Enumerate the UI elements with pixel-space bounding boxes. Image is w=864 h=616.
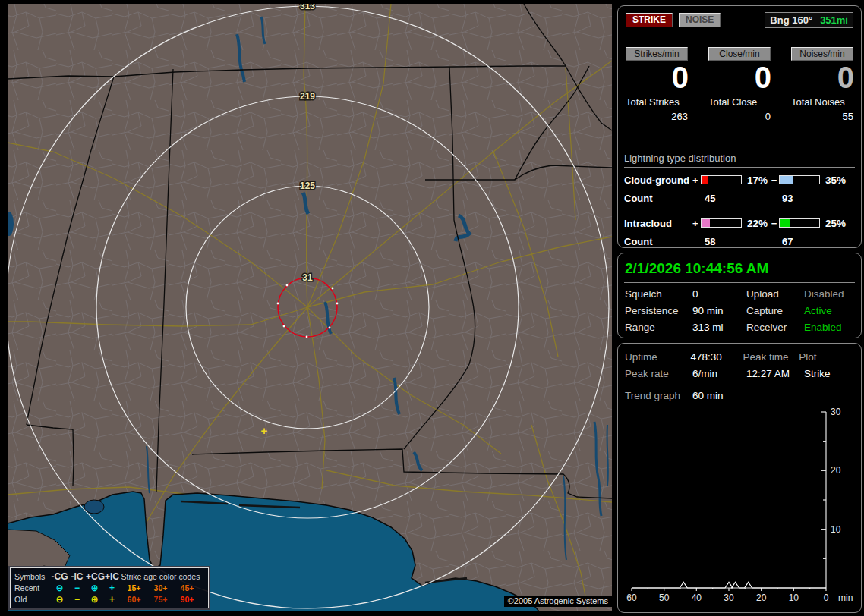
trend-row: Trend graph 60 min: [624, 390, 855, 401]
legend-old-row: Old ⊖ − ⊕ + 60+ 75+ 90+: [14, 593, 207, 605]
intracloud-row: Intracloud + 22% − 25%: [624, 217, 855, 229]
range-value: 313 mi: [692, 322, 746, 333]
legend-header-row: Symbols -CG -IC +CG +IC Strike age color…: [14, 570, 207, 582]
circle-plus-icon: ⊕: [86, 583, 103, 592]
bearing-distance: 351mi: [820, 14, 848, 26]
legend-recent-label: Recent: [14, 583, 51, 592]
minus-sign: −: [769, 218, 779, 229]
minus-sign: −: [769, 174, 779, 186]
total-strikes-label: Total Strikes: [626, 96, 688, 108]
intracloud-label: Intracloud: [624, 218, 692, 229]
noises-per-min-value: 0: [791, 61, 853, 94]
cg-plus-pct: 17%: [742, 174, 769, 186]
map-svg: 313 219 125 31 +: [8, 4, 612, 611]
count-label: Count: [624, 236, 700, 248]
noises-counter: Noises/min 0 Total Noises 55: [791, 47, 853, 122]
map-legend: Symbols -CG -IC +CG +IC Strike age color…: [10, 567, 209, 608]
svg-text:60: 60: [626, 592, 637, 603]
legend-age-header: Strike age color codes: [121, 572, 200, 581]
upload-status: Disabled: [804, 288, 844, 300]
plus-icon: +: [103, 583, 121, 592]
age-60: 60+: [121, 595, 147, 604]
svg-text:30: 30: [724, 592, 734, 603]
close-per-min-label: Close/min: [708, 47, 771, 61]
cg-minus-pct: 35%: [820, 174, 847, 186]
status-row: Squelch 0 Upload Disabled: [624, 288, 855, 300]
ring-label-313: 313: [300, 4, 315, 11]
cloud-ground-row: Cloud-ground + 17% − 35%: [624, 174, 855, 186]
cg-plus-count: 45: [700, 193, 777, 205]
cg-minus-bar: [779, 175, 820, 184]
peak-rate-label: Peak rate: [625, 368, 692, 379]
sidebar: STRIKE NOISE Bng 160° 351mi Strikes/min …: [617, 5, 862, 613]
svg-text:20: 20: [831, 465, 841, 476]
trend-graph-label: Trend graph: [625, 390, 692, 401]
minus-icon: −: [68, 583, 86, 592]
ring-label-219: 219: [300, 91, 315, 102]
noise-mode-button[interactable]: NOISE: [679, 13, 721, 27]
trend-panel: Uptime 478:30 Peak time Plot Peak rate 6…: [617, 343, 862, 613]
close-per-min-value: 0: [708, 61, 771, 94]
svg-text:10: 10: [789, 592, 799, 603]
strike-symbol: +: [261, 424, 268, 437]
strike-mode-button[interactable]: STRIKE: [626, 13, 673, 27]
ic-plus-pct: 22%: [742, 218, 769, 229]
ic-minus-count: 67: [777, 236, 855, 248]
legend-col-neg-ic: -IC: [68, 572, 86, 581]
total-close-label: Total Close: [708, 96, 771, 108]
age-45: 45+: [174, 583, 200, 592]
svg-text:10: 10: [831, 524, 841, 535]
svg-text:min: min: [838, 592, 853, 603]
uptime-label: Uptime: [625, 351, 690, 363]
ic-plus-bar: [701, 218, 742, 228]
legend-recent-row: Recent ⊖ − ⊕ + 15+ 30+ 45+: [14, 582, 207, 593]
plus-sign: +: [692, 174, 701, 186]
peak-time-value: 12:27 AM: [746, 368, 804, 379]
squelch-label: Squelch: [625, 288, 692, 300]
plot-label: Plot: [799, 351, 855, 363]
persistence-value: 90 min: [692, 305, 746, 316]
plot-mode-value: Strike: [804, 368, 831, 379]
ic-plus-count: 58: [700, 236, 777, 248]
plus-sign: +: [692, 218, 701, 229]
trend-window-value: 60 min: [692, 390, 724, 401]
uptime-value: 478:30: [690, 351, 743, 363]
counters-panel: STRIKE NOISE Bng 160° 351mi Strikes/min …: [617, 5, 862, 248]
total-strikes-value: 263: [626, 111, 688, 122]
status-row: Range 313 mi Receiver Enabled: [624, 322, 855, 333]
circle-minus-icon: ⊖: [51, 595, 68, 604]
ring-label-31: 31: [302, 272, 313, 283]
trend-chart: 1020306050403020100min: [624, 404, 853, 605]
cloud-ground-count-row: Count 45 93: [624, 193, 855, 205]
stats-row: Peak rate 6/min 12:27 AM Strike: [624, 368, 855, 379]
plus-icon: +: [103, 595, 121, 604]
count-label: Count: [624, 193, 700, 205]
upload-label: Upload: [746, 288, 804, 300]
bearing-value: Bng 160°: [770, 14, 812, 26]
capture-label: Capture: [746, 305, 804, 316]
cg-minus-count: 93: [777, 193, 855, 205]
stats-row: Uptime 478:30 Peak time Plot: [624, 351, 855, 363]
total-noises-value: 55: [791, 111, 853, 122]
age-15: 15+: [121, 583, 147, 592]
legend-symbols-header: Symbols: [14, 572, 51, 581]
peak-time-label: Peak time: [743, 351, 799, 363]
legend-old-label: Old: [14, 595, 51, 604]
range-label: Range: [625, 322, 692, 333]
strikes-per-min-label: Strikes/min: [626, 47, 688, 61]
noises-per-min-label: Noises/min: [791, 47, 853, 61]
svg-text:40: 40: [692, 592, 702, 603]
peak-rate-value: 6/min: [692, 368, 746, 379]
distribution-title: Lightning type distribution: [624, 152, 855, 168]
lake-coastal: [84, 500, 104, 514]
svg-text:30: 30: [831, 407, 841, 417]
copyright-label: ©2005 Astrogenic Systems: [504, 596, 612, 607]
svg-text:50: 50: [659, 592, 670, 603]
ic-minus-bar: [779, 218, 820, 228]
age-75: 75+: [147, 595, 174, 604]
receiver-label: Receiver: [746, 322, 804, 333]
status-panel: 2/1/2026 10:44:56 AM Squelch 0 Upload Di…: [617, 253, 862, 338]
legend-col-neg-cg: -CG: [51, 572, 68, 581]
receiver-status: Enabled: [804, 322, 842, 333]
strike-map[interactable]: 313 219 125 31 + Symbols -CG -IC +CG +IC…: [8, 4, 612, 611]
